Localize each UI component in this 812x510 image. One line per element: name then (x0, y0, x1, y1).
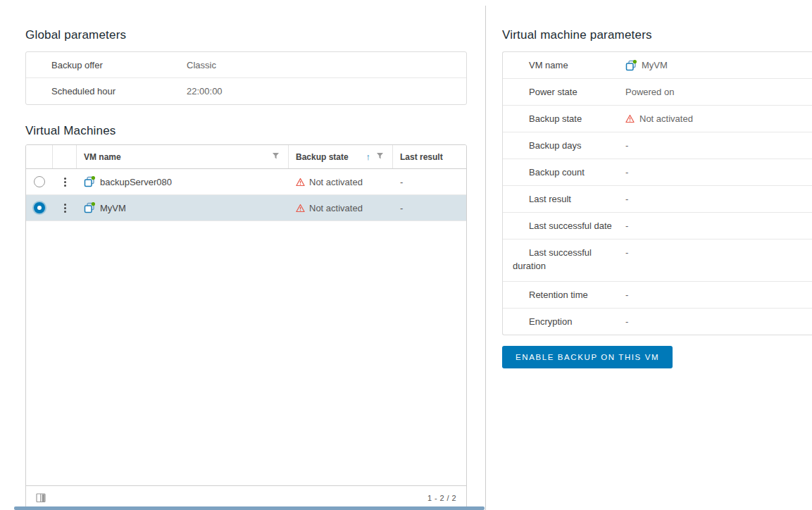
vm-name-value: MyVM (625, 58, 812, 72)
retention-time-label: Retention time (503, 288, 625, 301)
datagrid-empty-area (26, 221, 466, 485)
virtual-machines-datagrid: VM name Backup state ↑ Last result (25, 144, 467, 510)
actions-column-header (53, 145, 77, 168)
table-row: VM name MyVM (503, 52, 812, 79)
last-successful-date-value: - (625, 219, 812, 232)
row-radio-cell (26, 176, 53, 187)
vm-parameters-title: Virtual machine parameters (502, 28, 812, 42)
backup-state-text: Not activated (639, 112, 693, 125)
radio-button[interactable] (34, 176, 45, 187)
table-row: Scheduled hour 22:00:00 (26, 78, 466, 104)
column-header-last-result[interactable]: Last result (393, 145, 466, 168)
backup-days-value: - (625, 139, 812, 152)
backup-count-value: - (625, 166, 812, 179)
filter-icon[interactable] (376, 152, 385, 161)
row-actions-cell (53, 175, 77, 189)
global-parameters-title: Global parameters (25, 28, 467, 42)
power-state-value: Powered on (625, 85, 812, 99)
table-row: Last result - (503, 186, 812, 213)
backup-offer-label: Backup offer (26, 60, 187, 70)
last-result-column-label: Last result (400, 152, 443, 162)
row-actions-cell (53, 201, 77, 216)
column-toggle-icon[interactable] (36, 493, 46, 503)
last-result-label: Last result (503, 192, 625, 206)
vm-icon (625, 60, 637, 71)
table-row: Backup count - (503, 159, 812, 186)
datagrid-header: VM name Backup state ↑ Last result (26, 145, 466, 169)
virtual-machines-title: Virtual Machines (25, 124, 467, 138)
table-row: Last successful date - (503, 213, 812, 240)
column-header-vm-name[interactable]: VM name (77, 145, 289, 168)
left-panel: Global parameters Backup offer Classic S… (25, 28, 467, 510)
right-panel: Virtual machine parameters VM name MyVM … (502, 28, 812, 368)
last-result-cell: - (393, 177, 466, 187)
enable-backup-button[interactable]: ENABLE BACKUP ON THIS VM (502, 346, 673, 368)
warning-icon (296, 204, 305, 213)
retention-time-value: - (625, 288, 812, 301)
backup-state-value: Not activated (309, 203, 363, 213)
kebab-menu-icon[interactable] (61, 175, 69, 189)
table-row-MyVM[interactable]: MyVM Not activated - (26, 195, 466, 221)
pagination-text: 1 - 2 / 2 (427, 494, 456, 502)
encryption-label: Encryption (503, 315, 625, 328)
warning-icon (625, 114, 635, 123)
backup-management-pane: Global parameters Backup offer Classic S… (0, 0, 812, 510)
vm-name-text: MyVM (642, 58, 668, 72)
vm-icon (84, 176, 95, 187)
table-row: Backup days - (503, 132, 812, 159)
row-radio-cell (26, 202, 53, 213)
sort-ascending-icon[interactable]: ↑ (366, 151, 371, 162)
vm-name: backupServer080 (100, 177, 172, 187)
table-row: Power state Powered on (503, 79, 812, 106)
backup-state-cell: Not activated (289, 203, 393, 213)
radio-column-header (26, 145, 53, 168)
backup-state-label: Backup state (503, 112, 625, 125)
table-row: Backup offer Classic (26, 52, 466, 78)
backup-state-value: Not activated (309, 177, 363, 187)
last-result-value: - (625, 192, 812, 206)
table-row: Retention time - (503, 282, 812, 309)
last-successful-duration-value: - (625, 246, 812, 259)
vm-name-column-label: VM name (84, 152, 121, 162)
vm-name: MyVM (100, 203, 126, 213)
vm-name-cell: MyVM (77, 202, 289, 213)
table-row-backupServer080[interactable]: backupServer080 Not activated - (26, 169, 466, 195)
last-result-cell: - (393, 203, 466, 213)
vm-icon (84, 202, 95, 213)
table-row: Backup state Not activated (503, 106, 812, 132)
column-header-backup-state[interactable]: Backup state ↑ (289, 145, 393, 168)
backup-days-label: Backup days (503, 139, 625, 152)
kebab-menu-icon[interactable] (61, 201, 69, 216)
power-state-label: Power state (503, 85, 625, 99)
vertical-divider (485, 6, 486, 510)
scheduled-hour-value: 22:00:00 (187, 86, 466, 97)
vm-name-cell: backupServer080 (77, 176, 289, 187)
table-row: Encryption - (503, 309, 812, 335)
backup-state-value: Not activated (625, 112, 812, 125)
backup-state-column-label: Backup state (296, 152, 349, 162)
warning-icon (296, 178, 305, 187)
vm-name-label: VM name (503, 58, 625, 72)
scheduled-hour-label: Scheduled hour (26, 86, 187, 97)
last-successful-duration-label: Last successful duration (503, 246, 625, 273)
filter-icon[interactable] (272, 152, 281, 161)
radio-button-selected[interactable] (34, 202, 45, 213)
global-parameters-table: Backup offer Classic Scheduled hour 22:0… (25, 51, 467, 105)
vm-parameters-table: VM name MyVM Power state Powered on Back… (502, 51, 812, 335)
table-row: Last successful duration - (503, 240, 812, 282)
last-successful-date-label: Last successful date (503, 219, 625, 232)
backup-count-label: Backup count (503, 166, 625, 179)
encryption-value: - (625, 315, 812, 328)
backup-offer-value: Classic (187, 60, 466, 70)
backup-state-cell: Not activated (289, 177, 393, 187)
horizontal-scrollbar[interactable] (14, 506, 485, 510)
